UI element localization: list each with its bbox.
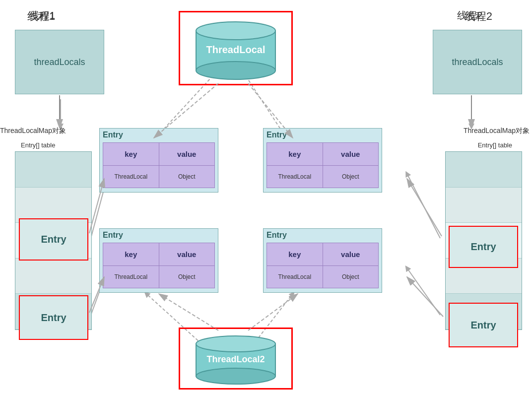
entry-bottom-right-key: key [288,250,301,259]
threadlocal1-container: ThreadLocal [179,11,293,85]
entry-card-top-left-label: Entry [103,131,123,139]
entry-card-top-left-inner: key value ThreadLocal Object [103,142,215,188]
entry-card-top-right-label: Entry [266,131,287,139]
thread2-threadlocals: threadLocals [433,30,522,94]
threadlocal1-cylinder: ThreadLocal [186,16,285,80]
svg-line-9 [407,268,440,315]
thread2-entry2: Entry [449,303,518,347]
svg-point-12 [196,62,275,79]
entry-top-left-value: value [177,150,196,158]
entry-card-top-right-inner: key value ThreadLocal Object [266,142,379,188]
thread1-map-label: ThreadLocalMap对象 [0,127,66,135]
svg-text:ThreadLocal: ThreadLocal [206,44,266,55]
thread2-table-label: Entry[] table [478,141,512,149]
threadlocal2-container: ThreadLocal2 [179,328,293,390]
svg-line-29 [407,277,443,317]
threadlocal2-cylinder: ThreadLocal2 [186,331,285,386]
entry-card-bottom-left-label: Entry [103,231,123,240]
entry-top-left-value-type: Object [178,173,196,180]
thread1-title: 线程1 [27,9,55,24]
entry-top-right-value: value [341,150,360,158]
svg-point-16 [196,368,275,384]
entry-card-bottom-left-inner: key value ThreadLocal Object [103,243,215,288]
entry-card-bottom-right-label: Entry [266,231,287,240]
entry-bottom-left-value: value [177,250,196,259]
entry-bottom-left-key-type: ThreadLocal [114,273,147,280]
svg-point-11 [196,22,275,40]
entry-card-bottom-right-inner: key value ThreadLocal Object [266,243,379,288]
svg-line-8 [407,174,440,238]
thread1-table-label: Entry[] table [21,141,55,149]
entry-top-right-key-type: ThreadLocal [278,173,311,180]
entry-card-top-right: Entry key value ThreadLocal Object [263,128,382,193]
entry-card-top-left: Entry key value ThreadLocal Object [99,128,218,193]
svg-line-25 [248,294,298,330]
thread1-entry1: Entry [19,218,88,261]
thread2-entry1: Entry [449,226,518,268]
entry-top-left-key: key [125,150,137,158]
entry-bottom-left-key: key [125,250,137,259]
diagram-container: 线程1 threadLocals ThreadLocalMap对象 Entry[… [0,0,532,394]
entry-bottom-right-key-type: ThreadLocal [278,273,311,280]
entry-bottom-left-value-type: Object [178,273,196,280]
thread1-entry2: Entry [19,295,88,340]
svg-line-28 [407,179,442,236]
thread2-map-label: ThreadLocalMap对象 [464,127,530,135]
entry-card-bottom-left: Entry key value ThreadLocal Object [99,228,218,293]
entry-top-left-key-type: ThreadLocal [114,173,147,180]
thread2-title: 线程2 [465,9,492,24]
thread1-threadlocals: threadLocals [15,30,104,94]
entry-top-right-key: key [288,150,301,158]
entry-card-bottom-right: Entry key value ThreadLocal Object [263,228,382,293]
entry-bottom-right-value-type: Object [342,273,359,280]
entry-bottom-right-value: value [341,250,360,259]
svg-line-24 [159,294,218,330]
entry-top-right-value-type: Object [342,173,359,180]
svg-point-15 [196,336,275,352]
svg-text:ThreadLocal2: ThreadLocal2 [206,354,265,364]
